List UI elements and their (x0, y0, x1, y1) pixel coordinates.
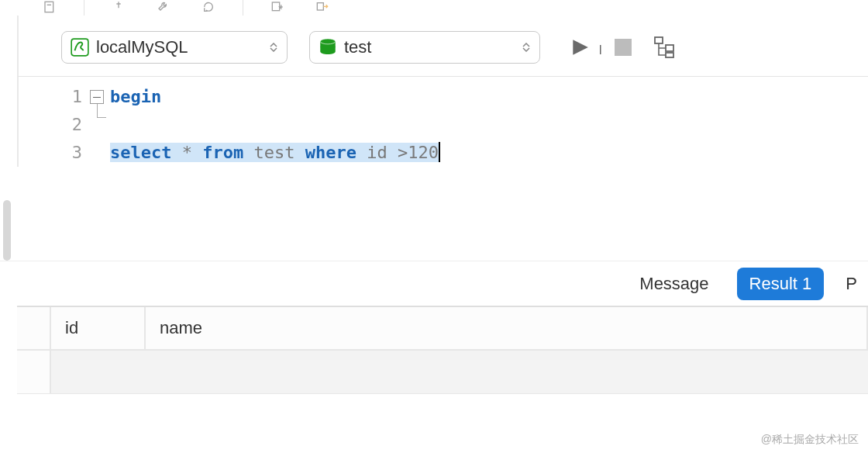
fold-column (88, 77, 110, 167)
tab-message[interactable]: Message (627, 268, 721, 300)
row-header[interactable] (17, 351, 51, 393)
chevron-updown-icon (521, 40, 532, 55)
result-table: id name (17, 306, 868, 394)
line-number: 3 (19, 139, 88, 167)
run-button[interactable]: I (567, 36, 593, 59)
export-icon[interactable] (312, 0, 333, 14)
svg-rect-10 (666, 53, 673, 57)
connection-dropdown[interactable]: localMySQL (61, 31, 288, 64)
separator (84, 0, 84, 16)
svg-rect-8 (655, 37, 663, 43)
wrench-icon[interactable] (153, 0, 174, 14)
svg-rect-4 (71, 39, 88, 56)
result-tabs: Message Result 1 P (0, 261, 868, 306)
line-number: 1 (19, 83, 88, 111)
code-area[interactable]: begin select * from test where id >120 (110, 77, 868, 167)
connection-row: localMySQL test I (17, 16, 868, 76)
fold-guide (97, 104, 106, 118)
svg-marker-7 (573, 40, 588, 55)
left-scrollbar-thumb[interactable] (3, 200, 11, 261)
mysql-icon (70, 37, 90, 57)
code-line[interactable]: begin (110, 83, 868, 111)
explain-plan-button[interactable] (653, 36, 677, 59)
table-header: id name (17, 307, 868, 351)
database-label: test (344, 37, 510, 57)
watermark: @稀土掘金技术社区 (761, 433, 859, 447)
separator (243, 0, 243, 16)
connection-label: localMySQL (96, 37, 257, 57)
column-header-id[interactable]: id (51, 307, 146, 349)
table-row (17, 351, 868, 394)
sql-editor[interactable]: 1 2 3 begin select * from test where id … (17, 76, 868, 167)
fold-toggle[interactable] (90, 90, 104, 104)
document-icon[interactable] (39, 0, 60, 14)
code-line[interactable] (110, 111, 868, 139)
column-header-name[interactable]: name (146, 307, 868, 349)
line-number: 2 (19, 111, 88, 139)
list-down-icon[interactable] (267, 0, 288, 14)
tab-partial[interactable]: P (839, 268, 857, 300)
svg-rect-3 (317, 3, 323, 10)
code-line[interactable]: select * from test where id >120 (110, 139, 868, 167)
line-gutter: 1 2 3 (19, 77, 88, 167)
svg-rect-9 (666, 45, 673, 51)
svg-rect-0 (45, 2, 53, 12)
row-header-corner[interactable] (17, 307, 51, 349)
run-controls: I (567, 36, 677, 59)
top-toolbar (0, 0, 868, 16)
tab-result-1[interactable]: Result 1 (737, 268, 825, 300)
chevron-updown-icon (268, 40, 279, 55)
stop-button[interactable] (615, 39, 632, 56)
database-icon (318, 37, 338, 57)
text-cursor-icon: I (599, 43, 602, 57)
database-dropdown[interactable]: test (309, 31, 540, 64)
pin-icon[interactable] (108, 0, 129, 14)
text-cursor (439, 142, 440, 162)
refresh-icon[interactable] (198, 0, 219, 14)
